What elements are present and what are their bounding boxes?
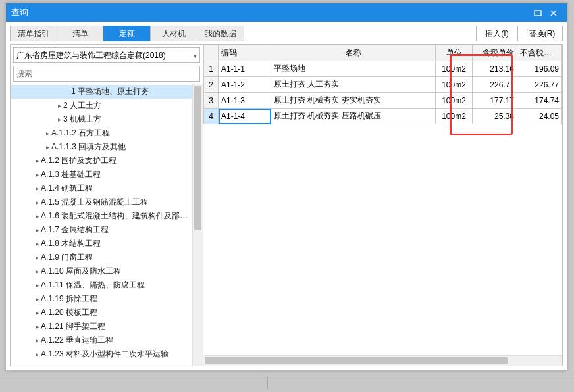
tab-quota[interactable]: 定额 <box>103 26 151 41</box>
cell-code[interactable]: A1-1-4 <box>219 109 271 124</box>
cell-price-tax[interactable]: 226.77 <box>473 77 517 93</box>
search-input[interactable] <box>13 66 200 82</box>
grid[interactable]: 编码 名称 单位 含税单价 不含税单价 1A1-1-1平整场地100m2213.… <box>203 45 562 355</box>
tree-item[interactable]: ▸A.1.19 拆除工程 <box>11 292 192 306</box>
tree-item[interactable]: ▸A.1.23 材料及小型构件二次水平运输 <box>11 347 192 361</box>
expand-icon[interactable]: ▸ <box>55 116 63 123</box>
expand-icon[interactable]: ▸ <box>33 309 41 316</box>
table-row[interactable]: 4A1-1-4原土打夯 机械夯实 压路机碾压100m225.3824.05 <box>204 109 562 124</box>
cell-name[interactable]: 平整场地 <box>271 61 436 77</box>
tree-item[interactable]: ▸A.1.7 金属结构工程 <box>11 223 192 237</box>
cell-name[interactable]: 原土打夯 机械夯实 压路机碾压 <box>271 109 436 124</box>
header-unit[interactable]: 单位 <box>436 45 473 61</box>
header-price-notax[interactable]: 不含税单价 <box>517 45 562 61</box>
expand-icon[interactable]: ▸ <box>43 130 51 137</box>
row-number: 2 <box>204 77 219 93</box>
cell-price-tax[interactable]: 213.16 <box>473 61 517 77</box>
cell-code[interactable]: A1-1-1 <box>219 61 271 77</box>
tree-item[interactable]: ▸A.1.6 装配式混凝土结构、建筑构件及部… <box>11 209 192 223</box>
insert-button[interactable]: 插入(I) <box>476 26 518 41</box>
header-code[interactable]: 编码 <box>219 45 271 61</box>
expand-icon[interactable]: ▸ <box>33 323 41 330</box>
titlebar: 查询 <box>6 3 567 22</box>
cell-name[interactable]: 原土打夯 人工夯实 <box>271 77 436 93</box>
cell-unit[interactable]: 100m2 <box>436 77 473 93</box>
cell-unit[interactable]: 100m2 <box>436 93 473 109</box>
tree-item[interactable]: ▸2 人工土方 <box>11 99 192 112</box>
expand-icon[interactable]: ▸ <box>33 351 41 358</box>
tree-wrap: 1 平整场地、原土打夯▸2 人工土方▸3 机械土方▸A.1.1.2 石方工程▸A… <box>11 84 203 366</box>
quota-book-combo[interactable]: 广东省房屋建筑与装饰工程综合定额(2018) ▾ <box>13 47 200 63</box>
tree-item[interactable]: ▸A.1.2 围护及支护工程 <box>11 154 192 168</box>
cell-price-tax[interactable]: 177.17 <box>473 93 517 109</box>
expand-icon[interactable]: ▸ <box>33 157 41 164</box>
table-row[interactable]: 2A1-1-2原土打夯 人工夯实100m2226.77226.77 <box>204 77 562 93</box>
tree-item-label: A.1.22 垂直运输工程 <box>41 335 113 346</box>
cell-unit[interactable]: 100m2 <box>436 109 473 124</box>
cell-code[interactable]: A1-1-3 <box>219 93 271 109</box>
expand-icon[interactable]: ▸ <box>55 102 63 109</box>
row-number: 4 <box>204 109 219 124</box>
tree-item-label: A.1.11 保温、隔热、防腐工程 <box>41 280 145 291</box>
table-row[interactable]: 1A1-1-1平整场地100m2213.16196.09 <box>204 61 562 77</box>
replace-button[interactable]: 替换(R) <box>521 26 563 41</box>
tree-item[interactable]: 1 平整场地、原土打夯 <box>11 85 192 99</box>
table-row[interactable]: 3A1-1-3原土打夯 机械夯实 夯实机夯实100m2177.17174.74 <box>204 93 562 109</box>
tree-item[interactable]: ▸A.1.5 混凝土及钢筋混凝土工程 <box>11 195 192 209</box>
row-number: 1 <box>204 61 219 77</box>
grid-hscrollbar[interactable] <box>203 355 562 366</box>
maximize-icon <box>534 10 542 16</box>
tree-item[interactable]: ▸3 机械土方 <box>11 112 192 126</box>
expand-icon[interactable]: ▸ <box>33 199 41 206</box>
header-price-tax[interactable]: 含税单价 <box>473 45 517 61</box>
cell-price-tax[interactable]: 25.38 <box>473 109 517 124</box>
hscroll-thumb[interactable] <box>205 357 508 364</box>
tree-item[interactable]: ▸A.1.1.2 石方工程 <box>11 126 192 140</box>
scroll-thumb[interactable] <box>194 86 201 230</box>
expand-icon[interactable]: ▸ <box>43 143 51 151</box>
expand-icon[interactable]: ▸ <box>33 254 41 261</box>
topbar: 清单指引 清单 定额 人材机 我的数据 插入(I) 替换(R) <box>10 26 563 41</box>
expand-icon[interactable]: ▸ <box>33 240 41 247</box>
tree-item[interactable]: ▸A.1.3 桩基础工程 <box>11 168 192 182</box>
cell-price-notax[interactable]: 196.09 <box>517 61 562 77</box>
maximize-button[interactable] <box>530 8 546 18</box>
cell-price-notax[interactable]: 24.05 <box>517 109 562 124</box>
expand-icon[interactable]: ▸ <box>33 171 41 178</box>
tree-item[interactable]: ▸A.1.21 脚手架工程 <box>11 320 192 333</box>
expand-icon[interactable]: ▸ <box>33 185 41 192</box>
tab-list-guide[interactable]: 清单指引 <box>10 26 57 41</box>
tree-item[interactable]: ▸A.1.10 屋面及防水工程 <box>11 264 192 278</box>
tree-item[interactable]: ▸A.1.8 木结构工程 <box>11 237 192 251</box>
tree-item[interactable]: ▸A.1.1.3 回填方及其他 <box>11 140 192 154</box>
tab-material[interactable]: 人材机 <box>150 26 197 41</box>
expand-icon[interactable]: ▸ <box>33 212 41 220</box>
cell-name[interactable]: 原土打夯 机械夯实 夯实机夯实 <box>271 93 436 109</box>
cell-code[interactable]: A1-1-2 <box>219 77 271 93</box>
expand-icon[interactable]: ▸ <box>33 226 41 233</box>
expand-icon[interactable]: ▸ <box>33 337 41 344</box>
tree-item[interactable]: ▸A.1.11 保温、隔热、防腐工程 <box>11 278 192 292</box>
tree-item[interactable]: ▸A.1.20 模板工程 <box>11 306 192 320</box>
outer-divider-vert <box>267 376 268 389</box>
chevron-down-icon: ▾ <box>194 52 197 59</box>
close-button[interactable] <box>546 8 561 18</box>
expand-icon[interactable]: ▸ <box>33 268 41 275</box>
cell-unit[interactable]: 100m2 <box>436 61 473 77</box>
tree-item[interactable]: ▸A.1.4 砌筑工程 <box>11 182 192 195</box>
header-name[interactable]: 名称 <box>271 45 436 61</box>
close-icon <box>550 9 558 17</box>
tree-item[interactable]: ▸A.1.9 门窗工程 <box>11 251 192 264</box>
tree-item[interactable]: ▸A.1.22 垂直运输工程 <box>11 333 192 347</box>
tab-mydata[interactable]: 我的数据 <box>197 26 244 41</box>
expand-icon[interactable]: ▸ <box>33 282 41 289</box>
expand-icon[interactable]: ▸ <box>33 295 41 303</box>
tree-scrollbar[interactable] <box>192 84 203 366</box>
left-pane: 广东省房屋建筑与装饰工程综合定额(2018) ▾ 1 平整场地、原土打夯▸2 人… <box>11 45 203 366</box>
data-table: 编码 名称 单位 含税单价 不含税单价 1A1-1-1平整场地100m2213.… <box>203 45 562 124</box>
cell-price-notax[interactable]: 174.74 <box>517 93 562 109</box>
tab-list[interactable]: 清单 <box>57 26 104 41</box>
tree[interactable]: 1 平整场地、原土打夯▸2 人工土方▸3 机械土方▸A.1.1.2 石方工程▸A… <box>11 84 192 366</box>
tree-item-label: A.1.1.3 回填方及其他 <box>51 141 126 153</box>
cell-price-notax[interactable]: 226.77 <box>517 77 562 93</box>
